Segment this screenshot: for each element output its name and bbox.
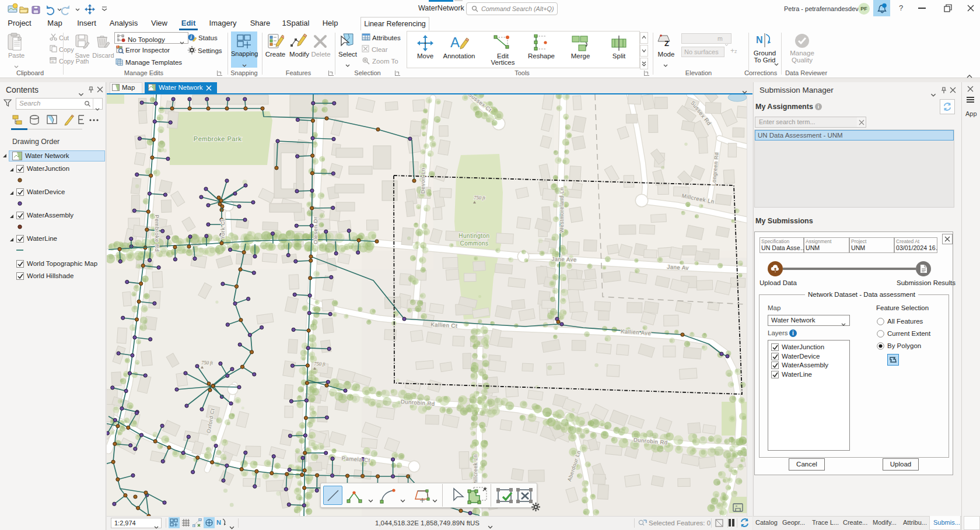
svg-text:Jane Ave: Jane Ave: [551, 255, 576, 262]
svg-text:York Ct: York Ct: [219, 219, 226, 239]
svg-text:Olesen Dr: Olesen Dr: [312, 216, 318, 244]
svg-text:Pembroke Park: Pembroke Park: [194, 135, 242, 142]
svg-text:w: w: [51, 59, 54, 63]
svg-text:Huntington: Huntington: [459, 233, 489, 239]
svg-text:N: N: [216, 519, 221, 526]
svg-text:A: A: [450, 34, 460, 50]
svg-text:Z: Z: [664, 39, 669, 48]
svg-text:Pembroke Rd: Pembroke Rd: [154, 215, 160, 252]
svg-text:750 ft: 750 ft: [201, 360, 213, 366]
svg-text:Jane Av: Jane Av: [667, 264, 689, 271]
svg-text:Commons: Commons: [460, 240, 488, 247]
svg-text:Devon Ln: Devon Ln: [419, 168, 426, 194]
svg-text:750 ft: 750 ft: [474, 195, 485, 201]
svg-text:750 ft: 750 ft: [314, 361, 326, 367]
svg-text:Westmoreland Ln: Westmoreland Ln: [559, 187, 565, 233]
svg-text:N: N: [756, 35, 763, 45]
svg-text:Millcreek Ln: Millcreek Ln: [473, 454, 478, 486]
